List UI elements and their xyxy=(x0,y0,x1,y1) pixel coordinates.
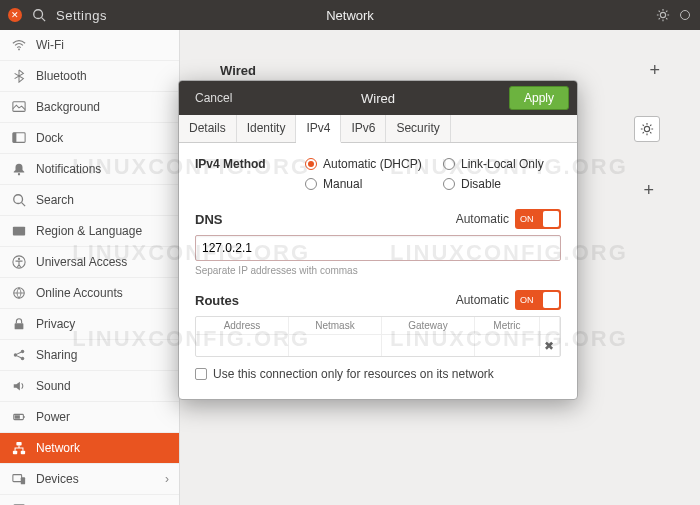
universal-access-icon xyxy=(12,255,26,269)
sidebar-item-label: Search xyxy=(36,193,74,207)
dns-input[interactable] xyxy=(195,235,561,261)
connection-editor-dialog: Cancel Wired Apply Details Identity IPv4… xyxy=(178,80,578,400)
sidebar-item-label: Devices xyxy=(36,472,79,486)
online-accounts-icon xyxy=(12,286,26,300)
method-manual-radio[interactable]: Manual xyxy=(305,177,423,191)
svg-rect-14 xyxy=(15,323,24,329)
add-wired-button[interactable]: + xyxy=(649,60,660,81)
dock-icon xyxy=(12,131,26,145)
method-automatic-radio[interactable]: Automatic (DHCP) xyxy=(305,157,423,171)
dns-section-label: DNS xyxy=(195,212,222,227)
method-disable-radio[interactable]: Disable xyxy=(443,177,561,191)
sidebar-item-sound[interactable]: Sound xyxy=(0,371,179,402)
svg-rect-22 xyxy=(13,451,17,455)
sidebar-item-label: Network xyxy=(36,441,80,455)
svg-point-0 xyxy=(34,10,43,19)
svg-point-8 xyxy=(14,195,23,204)
svg-point-15 xyxy=(14,353,18,357)
window-header: ✕ Settings Network xyxy=(0,0,700,30)
dialog-title: Wired xyxy=(361,91,395,106)
dialog-tabs: Details Identity IPv4 IPv6 Security xyxy=(179,115,577,143)
wired-section-title: Wired xyxy=(220,63,256,78)
routes-section-label: Routes xyxy=(195,293,239,308)
route-delete-button[interactable]: ✖ xyxy=(540,334,560,356)
sidebar-item-universal-access[interactable]: Universal Access xyxy=(0,247,179,278)
sidebar-item-label: Universal Access xyxy=(36,255,127,269)
svg-rect-25 xyxy=(21,477,25,484)
routes-col-gateway: Gateway xyxy=(382,317,475,334)
sidebar-item-dock[interactable]: Dock xyxy=(0,123,179,154)
sidebar-item-notifications[interactable]: Notifications xyxy=(0,154,179,185)
dns-automatic-label: Automatic xyxy=(456,212,509,226)
svg-line-9 xyxy=(22,203,26,207)
tab-ipv4[interactable]: IPv4 xyxy=(296,115,341,143)
sidebar-item-online-accounts[interactable]: Online Accounts xyxy=(0,278,179,309)
svg-point-12 xyxy=(18,258,20,260)
sidebar-item-wifi[interactable]: Wi-Fi xyxy=(0,30,179,61)
search-icon xyxy=(12,193,26,207)
route-gateway-cell[interactable] xyxy=(382,334,475,356)
sidebar-item-label: Background xyxy=(36,100,100,114)
routes-col-address: Address xyxy=(196,317,289,334)
tab-details[interactable]: Details xyxy=(179,115,237,142)
sidebar-item-network[interactable]: Network xyxy=(0,433,179,464)
svg-rect-23 xyxy=(21,451,25,455)
close-icon[interactable]: ✕ xyxy=(8,8,22,22)
apply-button[interactable]: Apply xyxy=(509,86,569,110)
use-only-checkbox[interactable]: Use this connection only for resources o… xyxy=(195,367,561,381)
cancel-button[interactable]: Cancel xyxy=(187,87,240,109)
sidebar-item-label: Online Accounts xyxy=(36,286,123,300)
svg-rect-21 xyxy=(16,442,21,446)
sidebar-item-privacy[interactable]: Privacy xyxy=(0,309,179,340)
route-netmask-cell[interactable] xyxy=(289,334,382,356)
method-link-local-radio[interactable]: Link-Local Only xyxy=(443,157,561,171)
sidebar-item-search[interactable]: Search xyxy=(0,185,179,216)
svg-point-16 xyxy=(21,350,25,354)
gear-icon xyxy=(640,122,654,136)
routes-col-metric: Metric xyxy=(475,317,540,334)
sidebar-item-label: Notifications xyxy=(36,162,101,176)
svg-rect-19 xyxy=(23,416,24,418)
svg-point-27 xyxy=(644,126,649,131)
sharing-icon xyxy=(12,348,26,362)
sidebar-item-label: Sound xyxy=(36,379,71,393)
svg-rect-6 xyxy=(13,133,17,143)
sidebar-item-background[interactable]: Background xyxy=(0,92,179,123)
route-address-cell[interactable] xyxy=(196,334,289,356)
checkbox-icon xyxy=(195,368,207,380)
sidebar-item-region-language[interactable]: Region & Language xyxy=(0,216,179,247)
svg-rect-24 xyxy=(13,475,22,482)
routes-automatic-toggle[interactable]: ON xyxy=(515,290,561,310)
tab-security[interactable]: Security xyxy=(386,115,450,142)
privacy-icon xyxy=(12,317,26,331)
add-connection-button[interactable]: + xyxy=(643,180,654,201)
routes-automatic-label: Automatic xyxy=(456,293,509,307)
sidebar-item-devices[interactable]: Devices › xyxy=(0,464,179,495)
sidebar-item-details[interactable]: Details › xyxy=(0,495,179,505)
search-icon[interactable] xyxy=(32,8,46,22)
window-control-icon[interactable] xyxy=(680,10,690,20)
sidebar-item-label: Power xyxy=(36,410,70,424)
page-title: Network xyxy=(326,8,374,23)
connection-settings-button[interactable] xyxy=(634,116,660,142)
sidebar-item-label: Sharing xyxy=(36,348,77,362)
svg-rect-10 xyxy=(13,227,25,236)
svg-point-3 xyxy=(18,49,20,51)
sidebar-item-label: Wi-Fi xyxy=(36,38,64,52)
devices-icon xyxy=(12,472,26,486)
tab-ipv6[interactable]: IPv6 xyxy=(341,115,386,142)
svg-point-17 xyxy=(21,357,25,361)
sidebar-item-sharing[interactable]: Sharing xyxy=(0,340,179,371)
sidebar-item-label: Bluetooth xyxy=(36,69,87,83)
sound-icon xyxy=(12,379,26,393)
system-gear-icon[interactable] xyxy=(656,8,670,22)
use-only-label: Use this connection only for resources o… xyxy=(213,367,494,381)
dns-hint: Separate IP addresses with commas xyxy=(195,265,561,276)
tab-identity[interactable]: Identity xyxy=(237,115,297,142)
sidebar-item-power[interactable]: Power xyxy=(0,402,179,433)
route-metric-cell[interactable] xyxy=(475,334,540,356)
dns-automatic-toggle[interactable]: ON xyxy=(515,209,561,229)
svg-point-7 xyxy=(18,173,20,175)
sidebar-item-bluetooth[interactable]: Bluetooth xyxy=(0,61,179,92)
sidebar-item-label: Dock xyxy=(36,131,63,145)
